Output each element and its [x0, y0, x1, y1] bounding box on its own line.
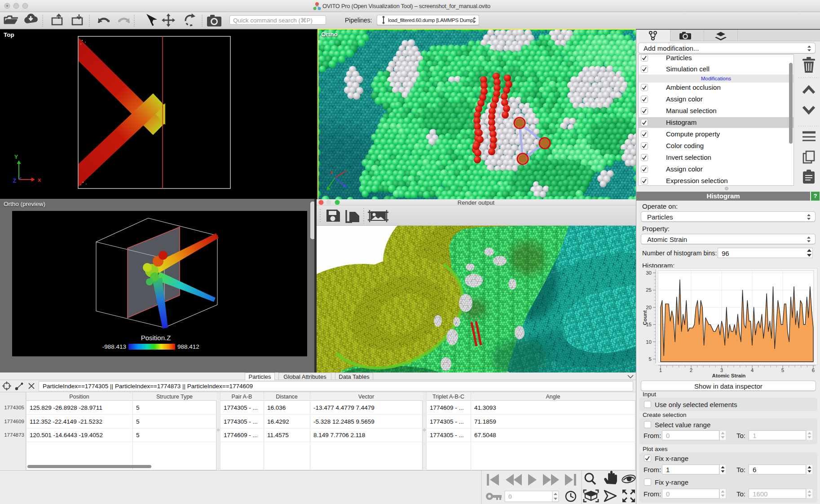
svg-text:OVITO Pro (Open Visualization: OVITO Pro (Open Visualization Tool) – sc…: [322, 3, 490, 9]
svg-text:Render output: Render output: [458, 199, 495, 206]
svg-text:2: 2: [690, 368, 692, 373]
svg-text:20: 20: [646, 305, 652, 310]
svg-text:1: 1: [659, 368, 662, 373]
svg-text:Y: Y: [14, 153, 18, 160]
svg-text:load_filtered.60.dump [LAMMPS: load_filtered.60.dump [LAMMPS Dump]: [388, 18, 474, 23]
svg-text:x: x: [38, 176, 41, 183]
svg-text:-988.413: -988.413: [102, 343, 126, 350]
svg-text:Count: Count: [642, 310, 648, 325]
svg-text:3: 3: [720, 368, 723, 373]
svg-text:4: 4: [751, 368, 754, 373]
svg-text:6: 6: [812, 368, 815, 373]
svg-text:5: 5: [649, 356, 652, 362]
svg-text:Z: Z: [13, 178, 16, 184]
svg-text:988.412: 988.412: [177, 343, 199, 350]
svg-text:30: 30: [646, 270, 652, 276]
svg-text:10: 10: [646, 339, 652, 345]
svg-text:0: 0: [508, 493, 512, 500]
svg-text:Position.Z: Position.Z: [141, 334, 171, 342]
svg-text:x: x: [330, 169, 333, 175]
svg-text:25: 25: [646, 287, 652, 293]
svg-text:5: 5: [781, 368, 784, 373]
